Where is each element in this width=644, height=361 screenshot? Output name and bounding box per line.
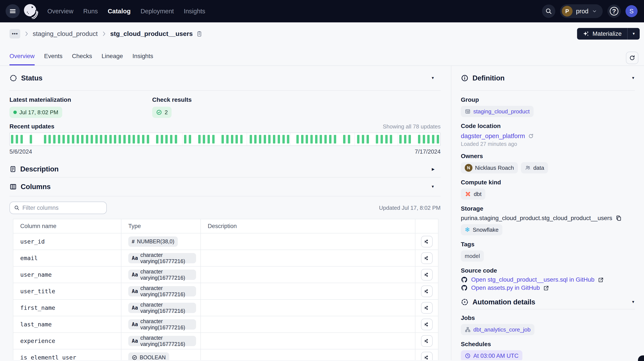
job-pill[interactable]: dbt_analytics_core_job bbox=[461, 324, 534, 335]
text-type-icon: Aa bbox=[132, 255, 138, 261]
jobs-label: Jobs bbox=[461, 315, 635, 322]
update-bar bbox=[296, 135, 299, 143]
filter-columns-box[interactable] bbox=[10, 202, 107, 214]
column-name: is_elementl_user bbox=[20, 354, 76, 360]
status-section-header[interactable]: Status ▼ bbox=[0, 66, 451, 90]
table-header-row: Column nameTypeDescription bbox=[13, 219, 438, 233]
boolean-type-icon bbox=[132, 355, 137, 360]
collapse-caret-icon[interactable]: ▼ bbox=[431, 76, 434, 80]
update-bar bbox=[273, 135, 275, 143]
update-bar bbox=[86, 135, 88, 143]
column-lineage-button[interactable] bbox=[421, 302, 433, 314]
hamburger-menu-button[interactable] bbox=[6, 4, 20, 18]
nav-item[interactable]: Insights bbox=[184, 8, 205, 15]
column-lineage-button[interactable] bbox=[421, 269, 433, 281]
group-label: Group bbox=[461, 96, 635, 103]
materialize-button[interactable]: Materialize bbox=[577, 28, 627, 39]
chart-end-date: 7/17/2024 bbox=[415, 148, 440, 155]
owner-team-pill[interactable]: data bbox=[521, 162, 548, 173]
tab[interactable]: Lineage bbox=[102, 53, 123, 65]
update-bar bbox=[264, 135, 266, 143]
materialize-dropdown-button[interactable]: ▼ bbox=[628, 28, 640, 39]
column-lineage-button[interactable] bbox=[421, 286, 433, 297]
update-bar bbox=[165, 135, 168, 143]
content: Status ▼ Latest materialization Jul 17, … bbox=[0, 66, 644, 360]
user-avatar[interactable]: S bbox=[626, 5, 638, 17]
number-type-icon: # bbox=[132, 239, 134, 245]
expand-caret-icon[interactable]: ▶ bbox=[432, 167, 434, 171]
tag-pill[interactable]: model bbox=[461, 250, 484, 262]
snowflake-icon: ❄ bbox=[465, 227, 470, 233]
tab[interactable]: Insights bbox=[132, 53, 153, 65]
latest-materialization-pill[interactable]: Jul 17, 8:02 PM bbox=[10, 107, 62, 118]
copy-asset-name-icon[interactable] bbox=[196, 30, 202, 37]
filter-columns-input[interactable] bbox=[22, 205, 102, 211]
update-bar bbox=[390, 135, 392, 143]
nav-item[interactable]: Overview bbox=[47, 8, 74, 15]
nav-item[interactable]: Catalog bbox=[108, 8, 131, 15]
column-lineage-icon bbox=[424, 272, 430, 278]
nav-item[interactable]: Runs bbox=[83, 8, 98, 15]
owners-label: Owners bbox=[461, 153, 635, 160]
group-pill[interactable]: staging_cloud_product bbox=[461, 106, 534, 117]
check-results: Check results 2 bbox=[152, 96, 295, 118]
copy-icon[interactable] bbox=[615, 215, 622, 221]
columns-toolbar: Updated Jul 17, 8:02 PM bbox=[10, 202, 440, 214]
refresh-button[interactable] bbox=[626, 52, 638, 64]
main-panel: Status ▼ Latest materialization Jul 17, … bbox=[0, 66, 451, 360]
breadcrumb-ellipsis-button[interactable]: ••• bbox=[10, 29, 20, 38]
source-code-link[interactable]: Open assets.py in GitHub bbox=[461, 284, 635, 291]
update-bar bbox=[48, 135, 51, 143]
search-icon bbox=[545, 7, 552, 15]
divider bbox=[10, 196, 440, 196]
owner-user-pill[interactable]: N Nicklaus Roach bbox=[461, 162, 518, 173]
deployment-switcher[interactable]: P prod bbox=[560, 4, 603, 18]
search-button[interactable] bbox=[542, 4, 555, 18]
column-lineage-button[interactable] bbox=[421, 352, 433, 360]
breadcrumb-parent[interactable]: staging_cloud_product bbox=[33, 30, 98, 37]
definition-section-header[interactable]: Definition ▼ bbox=[461, 66, 635, 90]
source-code-link-label: Open assets.py in GitHub bbox=[471, 284, 540, 291]
source-code-link[interactable]: Open stg_cloud_product__users.sql in Git… bbox=[461, 276, 635, 283]
update-bar bbox=[62, 135, 65, 143]
update-bar bbox=[268, 135, 270, 143]
column-lineage-button[interactable] bbox=[421, 252, 433, 264]
column-name: user_name bbox=[20, 271, 52, 278]
reload-icon bbox=[528, 133, 534, 139]
collapse-caret-icon[interactable]: ▼ bbox=[431, 185, 434, 189]
column-lineage-button[interactable] bbox=[421, 236, 433, 247]
schedule-pill[interactable]: At 03:00 AM UTC bbox=[461, 350, 522, 360]
dagster-logo-icon[interactable] bbox=[23, 3, 38, 19]
compute-kind-pill[interactable]: dbt bbox=[461, 188, 485, 200]
update-bar bbox=[315, 135, 318, 143]
storage-kind-value: Snowflake bbox=[473, 227, 498, 233]
tab[interactable]: Checks bbox=[72, 53, 92, 65]
columns-section-header[interactable]: Columns ▼ bbox=[0, 177, 451, 196]
tab[interactable]: Overview bbox=[10, 53, 35, 65]
recent-updates-chart[interactable] bbox=[10, 132, 440, 146]
collapse-caret-icon[interactable]: ▼ bbox=[631, 300, 635, 304]
breadcrumb-current: stg_cloud_product__users bbox=[110, 30, 193, 37]
column-lineage-button[interactable] bbox=[421, 335, 433, 347]
description-section-header[interactable]: Description ▶ bbox=[0, 161, 451, 177]
tab[interactable]: Events bbox=[44, 53, 63, 65]
column-type-label: character varying(16777216) bbox=[140, 285, 193, 298]
tags-label: Tags bbox=[461, 241, 635, 248]
column-lineage-button[interactable] bbox=[421, 319, 433, 330]
code-location-link[interactable]: dagster_open_platform bbox=[461, 132, 635, 140]
check-results-pill[interactable]: 2 bbox=[152, 107, 172, 118]
nav-item[interactable]: Deployment bbox=[140, 8, 174, 15]
divider bbox=[461, 90, 635, 91]
update-bar bbox=[189, 135, 191, 143]
table-row: email # Aa character varying(16777216) bbox=[13, 250, 438, 267]
storage-kind-pill[interactable]: ❄ Snowflake bbox=[461, 224, 502, 235]
text-type-icon: Aa bbox=[132, 272, 138, 278]
github-icon bbox=[461, 284, 468, 291]
automation-section-header[interactable]: Automation details ▼ bbox=[461, 295, 635, 309]
column-type-label: character varying(16777216) bbox=[140, 318, 193, 331]
recent-updates-bars bbox=[10, 133, 440, 145]
collapse-caret-icon[interactable]: ▼ bbox=[631, 76, 635, 80]
help-button[interactable]: ? bbox=[608, 4, 621, 18]
column-type-pill: # Aa character varying(16777216) bbox=[128, 253, 196, 263]
update-bar bbox=[44, 135, 46, 143]
